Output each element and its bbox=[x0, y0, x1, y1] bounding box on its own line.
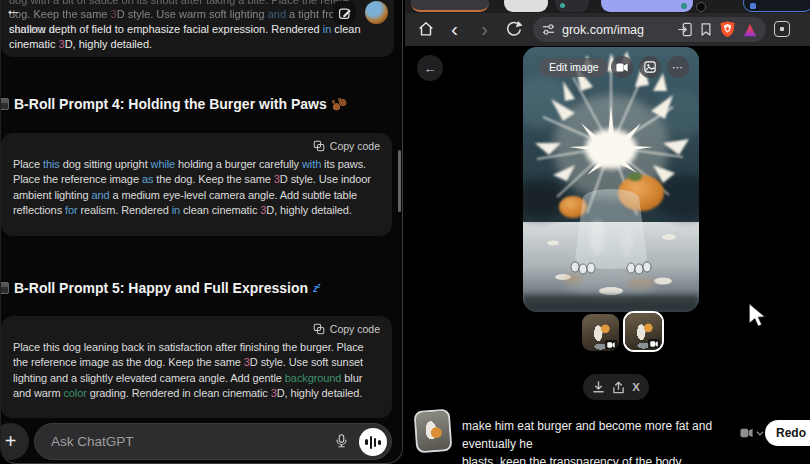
clapperboard-emoji-icon bbox=[0, 98, 9, 110]
browser-tab-partial[interactable] bbox=[555, 0, 589, 12]
prompt5-heading: B-Roll Prompt 5: Happy and Full Expressi… bbox=[0, 280, 320, 296]
zzz-emoji-icon: zz bbox=[313, 282, 320, 294]
explosion-image bbox=[523, 47, 699, 312]
send-to-device-icon[interactable] bbox=[678, 22, 692, 37]
video-badge-icon bbox=[605, 340, 617, 349]
code-line: shallow depth of field to emphasize faci… bbox=[9, 22, 368, 52]
chat-input[interactable] bbox=[51, 424, 341, 459]
compose-icon bbox=[338, 6, 352, 20]
new-chat-button[interactable] bbox=[333, 1, 356, 24]
image-actions-bar: X bbox=[583, 374, 649, 400]
video-camera-icon bbox=[616, 63, 628, 72]
attach-plus-button[interactable]: + bbox=[0, 423, 29, 460]
home-icon[interactable] bbox=[417, 20, 435, 42]
viewer-back-button[interactable]: ← bbox=[417, 55, 443, 81]
tab-counter-icon[interactable] bbox=[774, 21, 790, 37]
browser-toolbar: ‹ › grok.com/imag bbox=[405, 13, 810, 46]
tune-icon[interactable] bbox=[542, 23, 555, 36]
browser-tab-partial[interactable] bbox=[601, 0, 693, 12]
forward-icon[interactable]: › bbox=[481, 17, 488, 41]
copy-icon bbox=[313, 140, 325, 152]
browser-tab-strip bbox=[405, 0, 810, 13]
back-icon[interactable]: ‹ bbox=[451, 17, 458, 41]
download-icon[interactable] bbox=[592, 381, 605, 394]
make-video-button[interactable] bbox=[611, 56, 633, 78]
back-arrow-icon[interactable]: ← bbox=[5, 0, 22, 20]
code-block-header[interactable]: Copy code bbox=[1, 133, 392, 152]
bookmark-icon[interactable] bbox=[700, 22, 712, 37]
video-badge-icon bbox=[648, 339, 660, 348]
x-share-icon[interactable]: X bbox=[632, 381, 640, 393]
address-bar[interactable]: grok.com/imag bbox=[533, 17, 766, 42]
video-camera-icon bbox=[740, 428, 753, 438]
image-thumbnail-selected[interactable] bbox=[623, 311, 664, 352]
code-block-header[interactable]: Copy code bbox=[1, 316, 392, 335]
prompt-attachment-thumbnail[interactable] bbox=[414, 409, 453, 453]
browser-tab-partial[interactable] bbox=[743, 0, 810, 12]
prompt4-heading: B-Roll Prompt 4: Holding the Burger with… bbox=[0, 96, 347, 112]
copy-code-button[interactable]: Copy code bbox=[330, 323, 380, 335]
code-text: Place this dog leaning back in satisfact… bbox=[1, 335, 392, 402]
edit-image-button[interactable]: Edit image bbox=[540, 58, 608, 77]
code-text: Place this dog sitting upright while hol… bbox=[1, 152, 392, 219]
url-text[interactable]: grok.com/imag bbox=[562, 23, 644, 37]
clapperboard-emoji-icon bbox=[0, 282, 9, 294]
image-thumbnail[interactable] bbox=[582, 314, 619, 351]
browser-tab-partial[interactable] bbox=[696, 2, 706, 12]
code-block-prompt4: Copy code Place this dog sitting upright… bbox=[1, 133, 392, 236]
browser-tab-partial[interactable] bbox=[411, 0, 489, 12]
more-options-button[interactable]: ⋯ bbox=[667, 56, 689, 78]
video-mode-selector[interactable] bbox=[740, 428, 764, 438]
browser-tab-partial[interactable] bbox=[504, 0, 548, 12]
browser-panel: ‹ › grok.com/imag bbox=[405, 0, 810, 464]
waveform-icon bbox=[365, 439, 367, 445]
code-block-prompt5: Copy code Place this dog leaning back in… bbox=[1, 316, 392, 418]
paw-prints-emoji-icon bbox=[332, 98, 347, 111]
image-icon bbox=[644, 61, 656, 73]
voice-mode-button[interactable] bbox=[359, 428, 387, 456]
mouse-cursor bbox=[747, 304, 767, 332]
user-prompt-text: make him eat burger and become more fat … bbox=[462, 417, 764, 464]
copy-icon bbox=[313, 323, 325, 335]
scrollbar-thumb[interactable] bbox=[398, 150, 401, 212]
avatar[interactable] bbox=[365, 1, 388, 24]
chat-composer[interactable] bbox=[34, 423, 392, 460]
brave-shield-icon[interactable] bbox=[720, 21, 735, 38]
generated-image[interactable]: Edit image ⋯ bbox=[523, 47, 699, 312]
share-icon[interactable] bbox=[612, 381, 625, 394]
copy-code-button[interactable]: Copy code bbox=[330, 140, 380, 152]
reload-icon[interactable] bbox=[505, 20, 523, 42]
chatgpt-panel: dog with a bit of sauce on its snout aft… bbox=[0, 0, 403, 464]
gallery-button[interactable] bbox=[639, 56, 661, 78]
mic-icon[interactable] bbox=[334, 432, 349, 455]
brave-leo-icon[interactable] bbox=[743, 23, 757, 37]
chevron-down-icon bbox=[756, 430, 764, 437]
redo-button[interactable]: Redo ↑ bbox=[765, 420, 810, 446]
